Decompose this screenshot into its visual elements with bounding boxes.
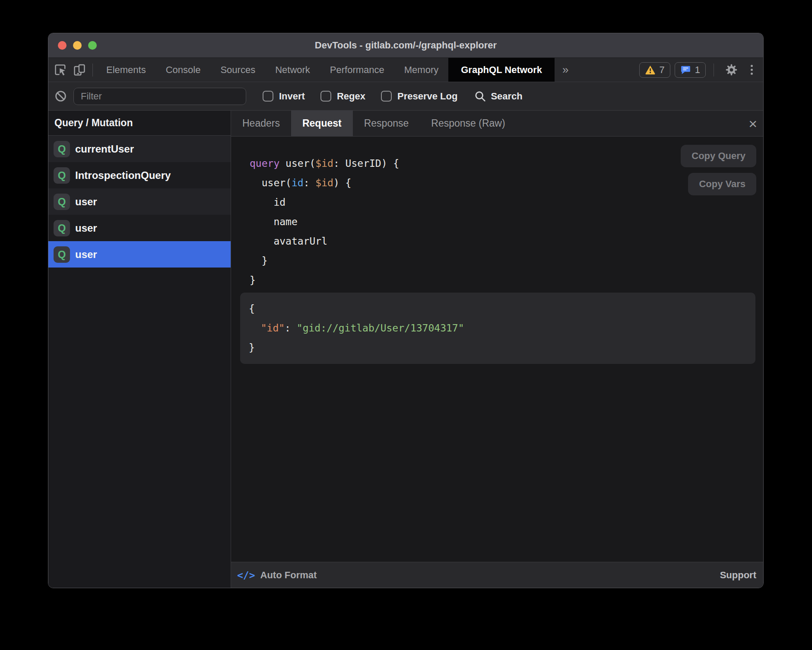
filter-option-preserve-log: Preserve Log [381, 91, 457, 102]
tab-graphql-network[interactable]: GraphQL Network [448, 58, 555, 82]
query-list-item-currentuser[interactable]: QcurrentUser [48, 136, 231, 162]
filter-checkboxes: InvertRegexPreserve Log [263, 91, 457, 102]
query-list-item-user[interactable]: Quser [48, 215, 231, 241]
toolbar-divider [92, 64, 93, 76]
copy-vars-button[interactable]: Copy Vars [688, 173, 756, 195]
query-list-item-user[interactable]: Quser [48, 188, 231, 215]
filter-input[interactable] [73, 88, 246, 105]
maximize-window-button[interactable] [88, 41, 97, 50]
close-window-button[interactable] [58, 41, 67, 50]
filter-bar: InvertRegexPreserve Log Search [48, 82, 763, 110]
code-brackets-icon: </> [237, 570, 255, 581]
warning-count: 7 [660, 64, 665, 76]
query-type-icon: Q [54, 167, 70, 184]
request-tab-content: query user($id: UserID) { user(id: $id) … [231, 137, 763, 562]
query-list-item-label: user [75, 196, 97, 208]
device-toolbar-icon [73, 63, 86, 77]
auto-format-button[interactable]: </> Auto Format [237, 570, 317, 581]
panel-tab-response[interactable]: Response [353, 111, 420, 136]
window-title: DevTools - gitlab.com/-/graphql-explorer [315, 40, 497, 51]
close-icon: × [749, 115, 757, 132]
query-type-icon: Q [54, 220, 70, 236]
tab-network[interactable]: Network [265, 58, 320, 82]
query-code-line: } [250, 251, 763, 271]
query-list-item-label: user [75, 222, 97, 234]
panel-tab-headers[interactable]: Headers [231, 111, 291, 136]
query-code-line: user(id: $id) { [250, 173, 763, 193]
variables-code-line: } [249, 338, 747, 357]
checkbox-label-preserve-log: Preserve Log [397, 91, 457, 102]
more-tabs-chevron[interactable]: » [555, 63, 576, 76]
query-list: QcurrentUserQIntrospectionQueryQuserQuse… [48, 136, 231, 268]
variables-code-line: { [249, 299, 747, 319]
query-list-item-label: IntrospectionQuery [75, 169, 171, 182]
query-type-icon: Q [54, 141, 70, 157]
tab-console[interactable]: Console [156, 58, 211, 82]
block-icon [54, 90, 67, 102]
block-requests-button[interactable] [51, 87, 70, 106]
titlebar: DevTools - gitlab.com/-/graphql-explorer [48, 33, 763, 57]
query-type-icon: Q [54, 194, 70, 210]
variables-box: { "id": "gid://gitlab/User/13704317"} [240, 293, 755, 364]
request-panel: HeadersRequestResponseResponse (Raw) × q… [231, 111, 763, 588]
main-content: Query / Mutation QcurrentUserQIntrospect… [48, 110, 763, 588]
checkbox-invert[interactable] [263, 91, 273, 102]
inspect-cursor-icon [54, 63, 67, 77]
message-count: 1 [695, 64, 700, 76]
chat-bubble-icon [680, 64, 691, 75]
settings-gear-button[interactable] [722, 61, 741, 80]
tab-memory[interactable]: Memory [394, 58, 448, 82]
query-list-item-label: currentUser [75, 143, 134, 155]
inspect-element-button[interactable] [51, 61, 70, 80]
sidebar-header: Query / Mutation [48, 111, 231, 136]
search-label: Search [491, 91, 522, 102]
query-code-line: avatarUrl [250, 232, 763, 251]
tab-sources[interactable]: Sources [210, 58, 265, 82]
kebab-menu-button[interactable] [745, 61, 758, 80]
minimize-window-button[interactable] [73, 41, 82, 50]
vertical-dots-icon [751, 65, 753, 75]
query-code-line: } [250, 271, 763, 290]
badge-divider [714, 64, 714, 76]
copy-query-button[interactable]: Copy Query [681, 145, 756, 167]
toolbar-right-group: 7 1 [639, 61, 758, 80]
warning-icon [645, 64, 656, 75]
checkbox-label-regex: Regex [337, 91, 365, 102]
messages-badge[interactable]: 1 [675, 62, 706, 78]
close-panel-button[interactable]: × [749, 116, 757, 131]
query-list-item-introspectionquery[interactable]: QIntrospectionQuery [48, 162, 231, 188]
query-type-icon: Q [54, 246, 70, 263]
auto-format-label: Auto Format [260, 570, 317, 581]
tab-elements[interactable]: Elements [96, 58, 156, 82]
filter-option-invert: Invert [263, 91, 305, 102]
query-code-line: name [250, 212, 763, 232]
search-icon [474, 90, 486, 102]
panel-tab-response-raw[interactable]: Response (Raw) [420, 111, 516, 136]
warnings-badge[interactable]: 7 [639, 62, 670, 78]
search-control[interactable]: Search [474, 90, 522, 102]
query-list-item-user[interactable]: Quser [48, 241, 231, 268]
devtools-window: DevTools - gitlab.com/-/graphql-explorer… [48, 33, 764, 588]
sidebar: Query / Mutation QcurrentUserQIntrospect… [48, 111, 231, 588]
desktop-background: DevTools - gitlab.com/-/graphql-explorer… [0, 0, 812, 650]
query-code-line: id [250, 193, 763, 212]
panel-footer: </> Auto Format Support [231, 562, 763, 588]
support-link[interactable]: Support [720, 570, 756, 581]
gear-icon [725, 63, 738, 76]
variables-code-line: "id": "gid://gitlab/User/13704317" [249, 319, 747, 338]
traffic-lights [58, 33, 97, 57]
checkbox-preserve-log[interactable] [381, 91, 392, 102]
checkbox-label-invert: Invert [279, 91, 305, 102]
device-toolbar-button[interactable] [70, 61, 89, 80]
panel-tab-bar: HeadersRequestResponseResponse (Raw) × [231, 111, 763, 137]
tab-performance[interactable]: Performance [320, 58, 394, 82]
query-list-item-label: user [75, 249, 97, 261]
panel-tab-request[interactable]: Request [291, 111, 353, 136]
checkbox-regex[interactable] [320, 91, 331, 102]
devtools-tab-bar: ElementsConsoleSourcesNetworkPerformance… [48, 57, 763, 82]
filter-option-regex: Regex [320, 91, 365, 102]
